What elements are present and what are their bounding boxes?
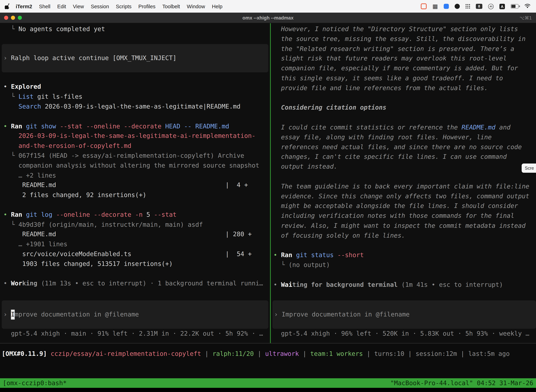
- terminal-text: ralph:11/20: [212, 350, 254, 357]
- model-status-line: gpt-5.4 xhigh · 96% left · 520K in · 5.8…: [271, 329, 536, 338]
- input-text: mprove documentation in @filename: [15, 310, 139, 320]
- terminal-text: README.md | 280 +: [3, 231, 252, 238]
- window-grid-icon[interactable]: ▦: [432, 3, 438, 9]
- terminal-text: --stat --oneline --decorate: [60, 122, 165, 130]
- terminal-line: I could cite commit statistics or refere…: [271, 123, 536, 132]
- terminal-line: Search 2026-03-09-is-legal-the-same-as-l…: [0, 102, 270, 112]
- terminal-text: 4b9d30f (origin/main, instructkr/main, m…: [19, 221, 203, 228]
- terminal-text: session:12m: [416, 350, 457, 357]
- menu-item-edit[interactable]: Edit: [54, 3, 69, 9]
- left-terminal-pane: └ No agents completed yet › Ralph loop a…: [0, 23, 270, 343]
- apple-menu-icon[interactable]: [5, 3, 10, 9]
- menu-item-toolbelt[interactable]: Toolbelt: [159, 3, 183, 9]
- terminal-text: └: [273, 261, 289, 268]
- terminal-text: •: [3, 122, 11, 130]
- menu-item-help[interactable]: Help: [208, 3, 226, 9]
- terminal-line: the source tree, missing the essay. Stil…: [271, 34, 536, 44]
- tmux-status-bar: [omx-cczip0:bash* "MacBook-Pro-44.local"…: [0, 378, 536, 388]
- terminal-line: references need actual files, and since …: [271, 142, 536, 152]
- terminal-line: [0, 269, 270, 279]
- terminal-text: |: [404, 350, 416, 357]
- terminal-line: [OMX#0.11.9] cczip/essay/ai-reimplementa…: [2, 349, 536, 359]
- terminal-text: 5: [147, 211, 154, 218]
- terminal-text: the "Related research writing" section i…: [273, 45, 514, 52]
- menu-item-session[interactable]: Session: [87, 3, 113, 9]
- terminal-text: … +1901 lines: [3, 240, 67, 248]
- terminal-text: └: [3, 25, 19, 33]
- terminal-line: review. Also, I might want to inspect th…: [271, 221, 536, 231]
- terminal-line: However, I noticed the "Directory Struct…: [271, 24, 536, 34]
- terminal-line: • Ran git log --oneline --decorate -n 5 …: [0, 210, 270, 220]
- terminal-line: • Working (11m 13s • esc to interrupt) ·…: [0, 279, 270, 289]
- terminal-line: companion analysis without altering the …: [0, 161, 270, 171]
- terminal-line: └ 067f154 (HEAD -> essay/ai-reimplementa…: [0, 151, 270, 161]
- omx-status-bar: [OMX#0.11.9] cczip/essay/ai-reimplementa…: [0, 344, 536, 378]
- menu-item-shell[interactable]: Shell: [36, 3, 54, 9]
- battery-percent-icon[interactable]: .61: [488, 4, 494, 9]
- terminal-output: • Explored └ List git ls-files Search 20…: [0, 72, 270, 279]
- terminal-text: Explored: [11, 83, 41, 90]
- screen-share-overlay-label: Scre: [525, 166, 534, 171]
- terminal-line: slight risk that future readers may over…: [271, 54, 536, 64]
- prompt-input[interactable]: › Improve documentation in @filename: [273, 300, 536, 329]
- menu-item-profiles[interactable]: Profiles: [135, 3, 159, 9]
- terminal-line: • Waiting for background terminal (1m 41…: [271, 280, 536, 289]
- battery-icon[interactable]: [511, 4, 519, 9]
- menubar-status-icons: ▦ 8 .61 A: [421, 3, 533, 9]
- zoom-window-button[interactable]: [18, 16, 22, 20]
- terminal-line: Considering citation options: [271, 103, 536, 113]
- menu-item-view[interactable]: View: [69, 3, 87, 9]
- minimize-window-button[interactable]: [11, 16, 15, 20]
- terminal-text: 2026-03-09-is-legal-the-same-as-legitima…: [19, 132, 255, 140]
- terminal-line: README.md | 4 +: [0, 180, 270, 190]
- input-source-icon[interactable]: A: [499, 4, 505, 9]
- wifi-icon[interactable]: [524, 3, 531, 9]
- terminal-text: Ran: [281, 251, 296, 258]
- terminal-text: src/voice/voiceModeEnabled.ts | 54 +: [3, 250, 252, 257]
- menu-item-scripts[interactable]: Scripts: [112, 3, 135, 9]
- dots-grid-icon[interactable]: [466, 4, 470, 9]
- prompt-input[interactable]: › Improve documentation in @filename: [2, 300, 268, 329]
- terminal-line: provide file and line references from th…: [271, 83, 536, 93]
- terminal-text: |: [201, 350, 212, 357]
- terminal-text: (no output): [289, 261, 330, 268]
- terminal-text: |: [254, 350, 265, 357]
- terminal-line: including verification notes with those …: [271, 211, 536, 221]
- terminal-line: … +2 lines: [0, 171, 270, 180]
- blue-app-icon[interactable]: [444, 4, 449, 9]
- terminal-text: README.md: [462, 124, 496, 131]
- activity-status-line: • Waiting for background terminal (1m 41…: [271, 280, 536, 289]
- menu-bar: iTerm2ShellEditViewSessionScriptsProfile…: [0, 0, 536, 13]
- dark-app-icon[interactable]: [455, 4, 460, 9]
- right-terminal-pane: However, I noticed the "Directory Struct…: [271, 23, 536, 343]
- tmux-host-clock: "MacBook-Pro-44.local" 04:52 31-Mar-26: [390, 378, 533, 388]
- screen-share-overlay-button[interactable]: Scre: [522, 163, 536, 173]
- close-window-button[interactable]: [4, 16, 8, 20]
- keycap-icon[interactable]: 8: [476, 4, 482, 9]
- screen-recording-indicator-icon[interactable]: [421, 3, 427, 9]
- terminal-line: output instead.: [271, 162, 536, 172]
- terminal-line: this single essay, it seems like a good …: [271, 73, 536, 83]
- menu-item-list: iTerm2ShellEditViewSessionScriptsProfile…: [12, 3, 226, 9]
- terminal-line: companion file, especially if more comme…: [271, 64, 536, 73]
- activity-status-line: • Working (11m 13s • esc to interrupt) ·…: [0, 279, 270, 289]
- window-title-bar: omx --xhigh --madmax ⌥⌘1: [0, 13, 536, 23]
- terminal-text: 2026-03-09-is-legal-the-same-as-legitima…: [41, 103, 240, 110]
- menu-item-iterm2[interactable]: iTerm2: [12, 3, 36, 9]
- terminal-text: •: [3, 83, 11, 90]
- text-cursor: I: [11, 310, 14, 320]
- terminal-line: └ 4b9d30f (origin/main, instructkr/main,…: [0, 220, 270, 229]
- tmux-session-label: [omx-cczip0:bash*: [3, 378, 67, 388]
- terminal-text: ultrawork: [265, 350, 299, 357]
- menu-item-window[interactable]: Window: [183, 3, 209, 9]
- terminal-output: └ No agents completed yet: [0, 24, 270, 44]
- screen: iTerm2ShellEditViewSessionScriptsProfile…: [0, 0, 536, 392]
- terminal-text: might be acceptable alongside the file l…: [273, 202, 518, 209]
- terminal-text: king: [22, 280, 37, 287]
- terminal-line: • Ran git status --short: [271, 250, 536, 260]
- ralph-loop-box: › Ralph loop active continue [OMX_TMUX_I…: [2, 44, 268, 72]
- terminal-text: team:1 workers: [310, 350, 363, 357]
- terminal-text: including verification notes with those …: [273, 212, 514, 219]
- terminal-line: [271, 113, 536, 123]
- terminal-text: companion file, especially if more comme…: [273, 65, 518, 72]
